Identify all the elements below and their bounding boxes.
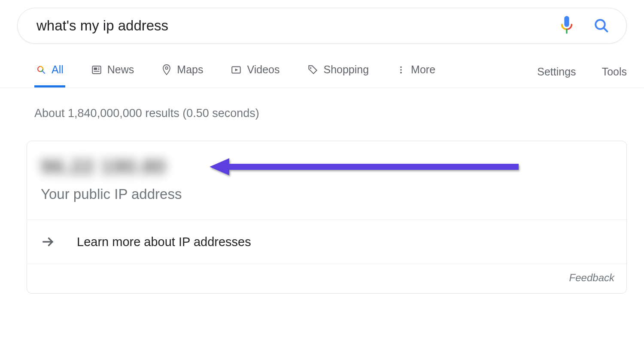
- tab-all[interactable]: All: [34, 63, 65, 87]
- voice-search-icon[interactable]: [559, 16, 574, 36]
- tab-shopping-label: Shopping: [323, 63, 369, 76]
- search-container: [0, 0, 644, 44]
- svg-rect-0: [564, 16, 569, 27]
- search-small-icon: [36, 65, 46, 75]
- annotation-arrow-icon: [210, 158, 519, 175]
- learn-more-label: Learn more about IP addresses: [77, 235, 251, 249]
- svg-line-3: [604, 28, 607, 31]
- learn-more-link[interactable]: Learn more about IP addresses: [27, 220, 626, 264]
- search-icon[interactable]: [594, 18, 609, 33]
- tab-more-label: More: [411, 63, 435, 76]
- tab-maps-label: Maps: [177, 63, 203, 76]
- tab-videos-label: Videos: [247, 63, 279, 76]
- video-icon: [231, 64, 242, 75]
- tabs-right-group: Settings Tools: [537, 66, 627, 87]
- svg-point-15: [400, 66, 402, 68]
- maps-pin-icon: [161, 64, 172, 76]
- ip-answer-main: 96.22 190.80 Your public IP address: [27, 141, 626, 220]
- svg-line-5: [43, 71, 45, 73]
- search-actions: [559, 16, 609, 36]
- feedback-link[interactable]: Feedback: [569, 272, 614, 283]
- search-input[interactable]: [36, 18, 559, 34]
- svg-marker-13: [235, 68, 238, 71]
- result-stats: About 1,840,000,000 results (0.50 second…: [0, 88, 644, 120]
- tabs-left-group: All News Maps Videos: [34, 63, 437, 87]
- arrow-right-icon: [41, 235, 55, 249]
- svg-point-17: [400, 72, 402, 73]
- tab-more[interactable]: More: [395, 63, 437, 87]
- search-tabs: All News Maps Videos: [0, 63, 644, 88]
- tab-news-label: News: [107, 63, 134, 76]
- settings-link[interactable]: Settings: [537, 66, 576, 87]
- tab-all-label: All: [52, 63, 64, 76]
- svg-point-14: [310, 67, 311, 68]
- search-bar[interactable]: [17, 8, 627, 44]
- tab-videos[interactable]: Videos: [229, 63, 281, 87]
- tab-news[interactable]: News: [89, 63, 136, 87]
- tools-link[interactable]: Tools: [602, 66, 627, 87]
- more-dots-icon: [396, 65, 406, 75]
- ip-answer-card: 96.22 190.80 Your public IP address Lear…: [27, 141, 627, 294]
- tab-shopping[interactable]: Shopping: [305, 63, 371, 87]
- svg-rect-7: [94, 67, 97, 69]
- news-icon: [91, 64, 102, 75]
- shopping-tag-icon: [307, 64, 318, 75]
- svg-point-11: [166, 66, 168, 69]
- svg-point-16: [400, 69, 402, 71]
- tab-maps[interactable]: Maps: [160, 63, 205, 87]
- ip-address-value: 96.22 190.80: [41, 155, 166, 178]
- ip-address-label: Your public IP address: [41, 186, 613, 202]
- card-footer: Feedback: [27, 264, 626, 293]
